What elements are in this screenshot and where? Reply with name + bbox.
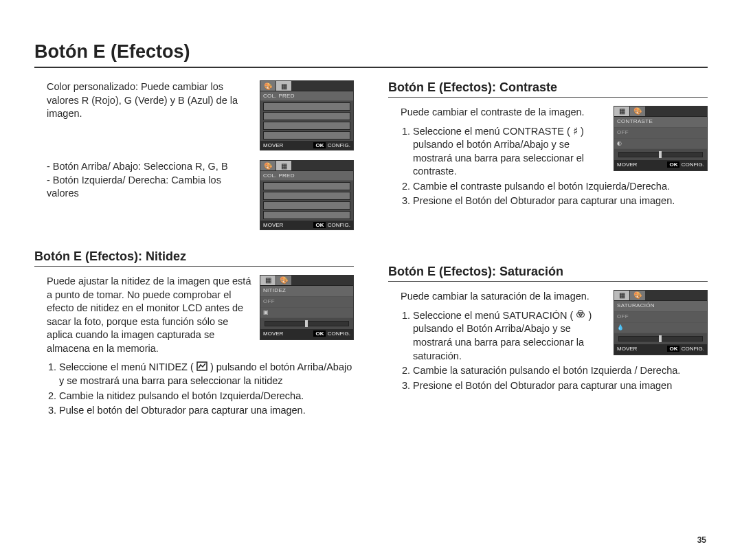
lcd-bar [263,112,350,120]
saturacion-step2: Cambie la saturación pulsando el botón I… [413,364,708,378]
saturacion-block: ▦ 🎨 SATURACIÓN OFF 💧 MOVER OK CONFIG. Pu… [388,290,708,394]
lcd-bar [263,182,350,190]
lcd-tab-icon: 🎨 [276,276,292,285]
lcd-bar [263,192,350,200]
lcd-ok: OK [667,346,679,352]
saturation-icon [576,309,585,323]
step1-pre: Seleccione el menú SATURACIÓN ( [413,310,576,321]
lcd-label-col-pred: COL. PRED [260,171,353,181]
lcd-icon-row: ▣ [260,308,353,319]
lcd-label-saturacion: SATURACIÓN [614,301,707,312]
lcd-custom-color-2: 🎨 ▦ COL. PRED MOVER OK CONFIG. [260,160,354,230]
lcd-tab-adjust-icon: ▦ [276,161,292,170]
two-column-layout: Color personalizado: Puede cambiar los v… [34,80,708,419]
lcd-mover: MOVER [617,346,637,353]
page-number: 35 [697,535,706,545]
lcd-nitidez: ▦ 🎨 NITIDEZ OFF ▣ MOVER OK CONFIG. [260,275,354,340]
nitidez-step3: Pulse el botón del Obturador para captur… [59,404,354,418]
nitidez-step1: Seleccione el menú NITIDEZ ( ) pulsando … [59,361,354,388]
lcd-off: OFF [260,297,353,308]
lcd-slider [618,152,703,157]
lcd-tab-icon: 🎨 [260,81,276,91]
lcd-config: CONFIG. [682,346,704,352]
right-column: Botón E (Efectos): Contraste ▦ 🎨 CONTRAS… [388,80,708,419]
lcd-tab-icon: 🎨 [260,161,276,170]
page-title: Botón E (Efectos) [34,41,708,68]
lcd-mover: MOVER [263,222,283,228]
nitidez-intro-block: ▦ 🎨 NITIDEZ OFF ▣ MOVER OK CONFIG. Puede… [34,275,354,355]
left-column: Color personalizado: Puede cambiar los v… [34,80,354,419]
lcd-tab-adjust-icon: ▦ [260,276,276,285]
lcd-slider [265,321,349,326]
lcd-custom-color-1: 🎨 ▦ COL. PRED MOVER OK CONFIG. [260,80,354,150]
sharpness-icon [196,361,207,375]
saturacion-step3: Presione el Botón del Obturador para cap… [413,379,708,393]
lcd-label-nitidez: NITIDEZ [260,286,353,297]
lcd-saturacion: ▦ 🎨 SATURACIÓN OFF 💧 MOVER OK CONFIG. [614,290,708,355]
lcd-tab-icon: 🎨 [630,107,646,116]
lcd-tab-icon: 🎨 [630,291,646,300]
lcd-icon-row: 💧 [614,323,707,334]
lcd-ok: OK [313,142,326,148]
lcd-tab-adjust-icon: ▦ [614,107,630,116]
lcd-config: CONFIG. [328,142,350,148]
lcd-ok: OK [313,331,326,337]
lcd-mover: MOVER [263,331,283,338]
lcd-contraste: ▦ 🎨 CONTRASTE OFF ◐ MOVER OK CONFIG. [614,106,708,171]
lcd-bar [263,102,350,111]
lcd-tab-adjust-icon: ▦ [276,81,292,91]
step1-pre: Seleccione el menú NITIDEZ ( [59,361,196,372]
lcd-config: CONFIG. [328,331,350,337]
lcd-icon-row: ◐ [614,139,707,150]
lcd-mover: MOVER [263,142,283,148]
section-heading-saturacion: Botón E (Efectos): Saturación [388,265,708,282]
contraste-step2: Cambie el contraste pulsando el botón Iz… [413,180,708,194]
section-heading-contraste: Botón E (Efectos): Contraste [388,80,708,98]
custom-color-controls: - Botón Arriba/ Abajo: Selecciona R, G, … [34,160,354,230]
lcd-off: OFF [614,128,707,139]
contraste-step3: Presione el Botón del Obturador para cap… [413,194,708,208]
btn-leftright-text: - Botón Izquierda/ Derecha: Cambia los v… [47,174,253,201]
nitidez-intro: Puede ajustar la nitidez de la imagen qu… [47,276,251,354]
lcd-ok: OK [667,161,679,168]
lcd-label-col-pred: COL. PRED [260,91,353,101]
lcd-slider [618,336,703,341]
lcd-bar [263,201,350,210]
lcd-bar [263,211,350,219]
btn-updown-text: - Botón Arriba/ Abajo: Selecciona R, G, … [47,160,253,174]
custom-color-block: Color personalizado: Puede cambiar los v… [34,80,354,150]
section-heading-nitidez: Botón E (Efectos): Nitidez [34,249,354,267]
lcd-label-contraste: CONTRASTE [614,117,707,128]
nitidez-steps: Seleccione el menú NITIDEZ ( ) pulsando … [34,361,354,418]
manual-page: Botón E (Efectos) Color personalizado: P… [0,0,742,560]
lcd-bar [263,122,350,130]
lcd-config: CONFIG. [328,222,350,228]
contraste-block: ▦ 🎨 CONTRASTE OFF ◐ MOVER OK CONFIG. Pue… [388,106,708,210]
lcd-off: OFF [614,312,707,323]
lcd-tab-adjust-icon: ▦ [614,291,630,300]
lcd-bar [263,131,350,139]
nitidez-step2: Cambie la nitidez pulsando el botón Izqu… [59,390,354,403]
custom-color-text: Color personalizado: Puede cambiar los v… [34,80,253,121]
lcd-mover: MOVER [617,161,637,169]
lcd-config: CONFIG. [682,161,704,168]
lcd-ok: OK [313,222,326,228]
